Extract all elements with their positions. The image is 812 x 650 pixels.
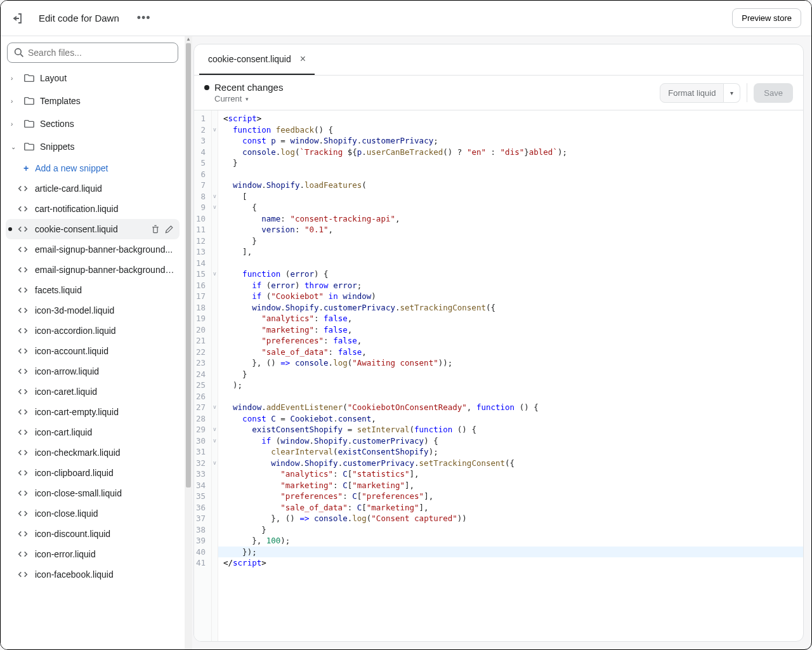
code-content[interactable]: <script> function feedback() { const p =… (218, 110, 803, 641)
code-file-icon (17, 223, 29, 235)
add-snippet-button[interactable]: +Add a new snippet (6, 158, 180, 178)
file-item[interactable]: icon-account.liquid (6, 341, 180, 361)
code-file-icon (17, 244, 29, 255)
editor-area: cookie-consent.liquid × Recent changes C… (192, 36, 811, 649)
file-item[interactable]: facets.liquid (6, 280, 180, 300)
tab-cookie-consent[interactable]: cookie-consent.liquid × (199, 44, 315, 75)
preview-store-button[interactable]: Preview store (732, 8, 801, 28)
delete-icon[interactable] (150, 224, 160, 234)
version-dropdown[interactable]: Current ▾ (204, 94, 283, 103)
chevron-down-icon: ▾ (246, 96, 249, 102)
folder-sections[interactable]: ›Sections (6, 112, 180, 135)
code-file-icon (17, 284, 29, 296)
rename-icon[interactable] (164, 224, 174, 234)
folder-snippets[interactable]: ⌄Snippets (6, 135, 180, 158)
editor-toolbar: Recent changes Current ▾ Format liquid ▾… (194, 76, 803, 110)
code-file-icon (17, 366, 29, 377)
file-item[interactable]: icon-cart.liquid (6, 422, 180, 442)
search-input-wrap[interactable] (7, 43, 178, 63)
code-file-icon (17, 305, 29, 316)
topbar-left: Edit code for Dawn ••• (11, 9, 154, 27)
modified-dot-icon (8, 227, 12, 231)
plus-icon: + (23, 163, 29, 173)
code-file-icon (17, 508, 29, 519)
folder-layout[interactable]: ›Layout (6, 67, 180, 90)
search-input[interactable] (28, 48, 171, 58)
sidebar-scrollbar[interactable]: ▲ (185, 36, 192, 649)
search-icon (14, 48, 24, 58)
page-title: Edit code for Dawn (39, 13, 119, 23)
sidebar: ›Layout›Templates›Sections⌄Snippets+Add … (1, 36, 185, 649)
file-item[interactable]: icon-accordion.liquid (6, 321, 180, 341)
folder-icon (23, 118, 35, 129)
code-file-icon (17, 427, 29, 438)
file-item[interactable]: icon-close.liquid (6, 503, 180, 524)
chevron-right-icon: › (11, 98, 18, 105)
folder-icon (23, 141, 35, 152)
code-file-icon (17, 406, 29, 418)
modified-dot-icon (204, 85, 209, 90)
file-item[interactable]: article-card.liquid (6, 178, 180, 199)
file-item[interactable]: icon-facebook.liquid (6, 564, 180, 585)
code-file-icon (17, 183, 29, 194)
fold-gutter: vvvvvvvv (212, 110, 218, 641)
code-editor[interactable]: 1234567891011121314151617181920212223242… (194, 110, 803, 641)
code-file-icon (17, 345, 29, 357)
file-item[interactable]: icon-arrow.liquid (6, 361, 180, 381)
code-file-icon (17, 447, 29, 458)
file-item[interactable]: cart-notification.liquid (6, 199, 180, 219)
file-item[interactable]: cookie-consent.liquid (6, 219, 180, 239)
code-file-icon (17, 386, 29, 397)
code-file-icon (17, 569, 29, 580)
code-file-icon (17, 467, 29, 479)
file-item[interactable]: icon-3d-model.liquid (6, 300, 180, 321)
exit-icon[interactable] (11, 12, 23, 25)
toolbar-divider (747, 83, 747, 102)
svg-point-0 (15, 49, 22, 55)
topbar: Edit code for Dawn ••• Preview store (1, 1, 811, 36)
format-liquid-group: Format liquid ▾ (660, 83, 740, 103)
file-item[interactable]: email-signup-banner-background... (6, 239, 180, 260)
recent-changes-label: Recent changes (214, 82, 283, 93)
chevron-down-icon: ⌄ (11, 143, 18, 150)
folder-templates[interactable]: ›Templates (6, 90, 180, 112)
format-liquid-button[interactable]: Format liquid (660, 83, 724, 103)
code-file-icon (17, 528, 29, 540)
file-item[interactable]: icon-discount.liquid (6, 524, 180, 544)
close-icon[interactable]: × (300, 53, 306, 65)
file-item[interactable]: icon-error.liquid (6, 544, 180, 564)
tabs: cookie-consent.liquid × (194, 44, 803, 76)
code-file-icon (17, 325, 29, 336)
code-file-icon (17, 203, 29, 215)
file-item[interactable]: icon-close-small.liquid (6, 483, 180, 503)
code-file-icon (17, 548, 29, 560)
folder-icon (23, 95, 35, 107)
chevron-right-icon: › (11, 121, 18, 128)
file-item[interactable]: icon-clipboard.liquid (6, 463, 180, 483)
code-file-icon (17, 264, 29, 275)
save-button[interactable]: Save (754, 83, 793, 103)
file-item[interactable]: icon-checkmark.liquid (6, 442, 180, 463)
format-liquid-dropdown[interactable]: ▾ (724, 83, 740, 103)
folder-icon (23, 72, 35, 84)
more-icon[interactable]: ••• (134, 9, 154, 27)
file-item[interactable]: icon-cart-empty.liquid (6, 402, 180, 422)
file-item[interactable]: email-signup-banner-background.... (6, 260, 180, 280)
tab-label: cookie-consent.liquid (208, 54, 291, 64)
chevron-right-icon: › (11, 75, 18, 82)
file-item[interactable]: icon-caret.liquid (6, 381, 180, 402)
code-file-icon (17, 488, 29, 499)
line-number-gutter: 1234567891011121314151617181920212223242… (194, 110, 212, 641)
